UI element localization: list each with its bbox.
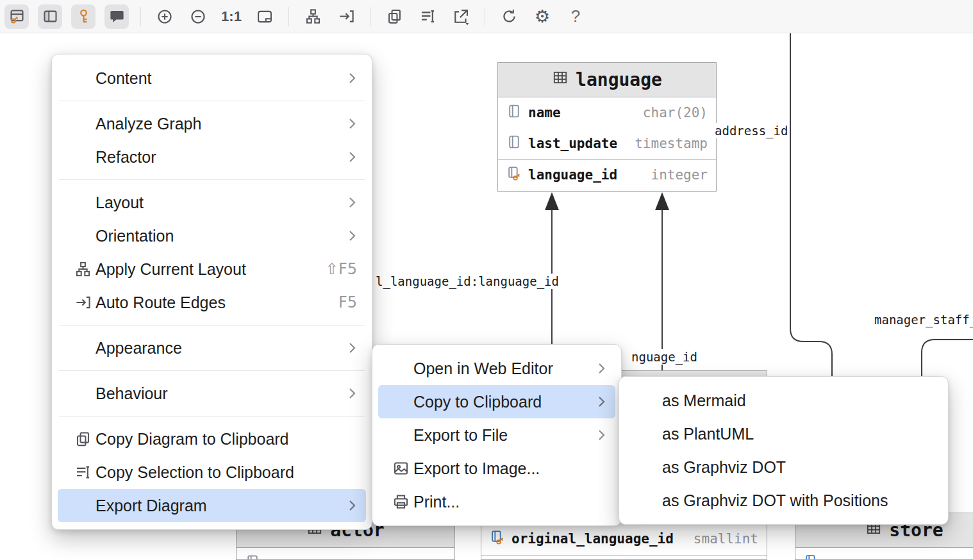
- toolbar-separator: [370, 7, 370, 26]
- menu-separator: [59, 325, 365, 325]
- export-button[interactable]: [449, 4, 473, 29]
- column-icon: [245, 554, 261, 560]
- toolbar-separator: [485, 7, 485, 26]
- column-icon: [506, 134, 522, 153]
- columns-visibility-button[interactable]: [4, 4, 29, 29]
- chevron-right-icon: [340, 151, 357, 163]
- apply-layout-button[interactable]: [301, 4, 325, 29]
- image-icon: [392, 460, 410, 477]
- menu-item-apply-current-layout[interactable]: Apply Current Layout ⇧F5: [58, 252, 366, 286]
- fit-content-icon: [256, 8, 274, 26]
- refresh-button[interactable]: [497, 4, 521, 29]
- context-menu: Content Analyze Graph Refactor Layout Or…: [51, 54, 372, 530]
- export-diagram-submenu: Open in Web Editor Copy to Clipboard Exp…: [372, 344, 622, 526]
- language-table[interactable]: language name char(20) last_update times…: [497, 62, 717, 192]
- refresh-icon: [501, 8, 518, 25]
- zoom-in-button[interactable]: [153, 4, 177, 29]
- key-icon: [75, 8, 92, 25]
- show-key-columns-button[interactable]: [71, 4, 96, 29]
- panel-view-icon: [42, 8, 59, 25]
- column-row-partial[interactable]: [237, 548, 454, 560]
- settings-button[interactable]: ⚙: [530, 4, 554, 29]
- menu-item-refactor[interactable]: Refactor: [58, 140, 366, 174]
- print-icon: [392, 493, 410, 511]
- copy-selection-icon: [419, 8, 437, 25]
- arrowhead: [545, 192, 559, 210]
- edge-label-language-id-partial: nguage_id: [630, 349, 699, 365]
- menu-item-export-to-image[interactable]: Export to Image...: [378, 452, 615, 485]
- chevron-right-icon: [340, 117, 357, 130]
- menu-separator: [59, 101, 365, 101]
- fk-column-icon: [804, 554, 820, 560]
- fk-column-icon: [490, 529, 506, 548]
- menu-item-layout[interactable]: Layout: [58, 186, 366, 219]
- apply-layout-icon: [74, 261, 92, 278]
- menu-separator: [59, 179, 365, 180]
- menu-separator: [59, 416, 365, 416]
- copy-selection-button[interactable]: [415, 4, 440, 29]
- toolbar-separator: [288, 7, 289, 26]
- edge-label-manager-staff: manager_staff_: [873, 312, 973, 327]
- chevron-right-icon: [589, 362, 606, 375]
- export-icon: [452, 8, 470, 26]
- chevron-right-icon: [340, 499, 357, 512]
- menu-item-open-in-web-editor[interactable]: Open in Web Editor: [378, 352, 615, 385]
- column-row-language-id[interactable]: language_id integer: [498, 160, 716, 190]
- toolbar-separator: [140, 7, 141, 26]
- chevron-right-icon: [340, 342, 357, 354]
- fit-content-button[interactable]: [253, 4, 277, 29]
- menu-item-copy-to-clipboard[interactable]: Copy to Clipboard: [378, 385, 615, 418]
- column-row-original-language-id[interactable]: original_language_id smallint: [481, 523, 767, 554]
- column-row-partial[interactable]: [481, 556, 767, 560]
- menu-item-print[interactable]: Print...: [378, 485, 615, 518]
- zoom-out-button[interactable]: [186, 4, 210, 29]
- menu-item-appearance[interactable]: Appearance: [58, 331, 366, 365]
- menu-item-copy-diagram-to-clipboard[interactable]: Copy Diagram to Clipboard: [58, 422, 366, 456]
- auto-route-icon: [74, 294, 92, 311]
- chevron-right-icon: [340, 72, 357, 85]
- menu-item-as-plantuml[interactable]: as PlantUML: [625, 417, 942, 450]
- column-icon: [506, 103, 522, 122]
- menu-item-as-graphviz-dot-with-positions[interactable]: as Graphviz DOT with Positions: [625, 484, 942, 517]
- menu-item-as-graphviz-dot[interactable]: as Graphviz DOT: [625, 450, 942, 484]
- menu-item-analyze-graph[interactable]: Analyze Graph: [58, 107, 366, 140]
- toolbar: 1:1 ⚙ ?: [0, 0, 973, 33]
- panel-view-button[interactable]: [38, 4, 62, 29]
- column-row-name[interactable]: name char(20): [498, 97, 716, 128]
- menu-shortcut: ⇧F5: [318, 260, 357, 278]
- zoom-out-icon: [189, 8, 207, 26]
- menu-separator: [59, 370, 365, 371]
- menu-item-copy-selection-to-clipboard[interactable]: Copy Selection to Clipboard: [58, 456, 366, 489]
- arrowhead: [655, 192, 669, 210]
- menu-item-as-mermaid[interactable]: as Mermaid: [625, 384, 942, 417]
- help-button[interactable]: ?: [563, 4, 588, 29]
- menu-item-auto-route-edges[interactable]: Auto Route Edges F5: [58, 286, 366, 319]
- copy-diagram-button[interactable]: [382, 4, 406, 29]
- app-window: 1:1 ⚙ ?: [0, 0, 973, 560]
- language-table-header[interactable]: language: [498, 63, 716, 97]
- edge-label-address-id: address_id: [713, 123, 789, 138]
- chevron-right-icon: [340, 387, 357, 400]
- menu-item-export-diagram[interactable]: Export Diagram: [58, 489, 366, 522]
- chevron-right-icon: [589, 395, 606, 408]
- comment-icon: [108, 8, 126, 25]
- menu-item-content[interactable]: Content: [58, 62, 366, 95]
- edge-label-language-fk: l_language_id:language_id: [374, 274, 560, 289]
- column-row-last-update[interactable]: last_update timestamp: [498, 128, 716, 159]
- chevron-right-icon: [589, 429, 606, 441]
- menu-item-export-to-file[interactable]: Export to File: [378, 418, 615, 452]
- gear-icon: ⚙: [535, 8, 550, 25]
- actual-size-button[interactable]: 1:1: [219, 4, 244, 29]
- column-row-partial[interactable]: [795, 548, 973, 560]
- menu-item-orientation[interactable]: Orientation: [58, 219, 366, 252]
- copy-icon: [74, 431, 92, 448]
- copy-to-clipboard-submenu: as Mermaid as PlantUML as Graphviz DOT a…: [619, 376, 949, 525]
- copy-icon: [386, 8, 403, 25]
- row-divider: [481, 555, 767, 556]
- comments-button[interactable]: [104, 4, 129, 29]
- table-title: language: [576, 69, 662, 90]
- menu-item-behaviour[interactable]: Behaviour: [58, 377, 366, 410]
- columns-key-icon: [8, 8, 26, 25]
- auto-route-button[interactable]: [334, 4, 358, 29]
- copy-selection-icon: [74, 464, 92, 481]
